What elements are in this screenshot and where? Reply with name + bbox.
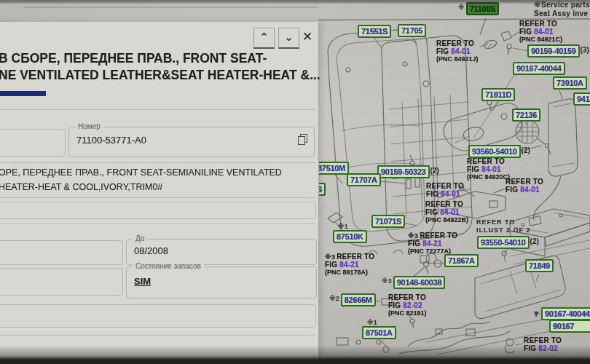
fig-ref: FIG 82-02 [524,345,562,353]
fig-link[interactable]: 84-01 [451,47,471,55]
part-description-line2: HEATER-HEAT & COOL,IVORY,TRIM0# [0,182,162,192]
part-label-90159-50323: 90159-50323(2) [377,165,439,178]
part-number-box[interactable]: 93560-54010 [468,145,521,158]
refer-fig-note: REFER TOFIG 82-02 [524,337,562,352]
part-number-box[interactable]: 90159-40159 [527,44,580,58]
qty-marker: ※3 [382,277,392,285]
fig-ref: FIG 84-01 [426,191,464,199]
part-number-box[interactable]: 71100S [466,2,500,15]
prev-part-button[interactable]: ⌃ [253,28,275,49]
part-number-box[interactable]: 71705 [398,24,426,37]
fig-link[interactable]: 84-01 [520,186,540,194]
fig-ref: FIG 84-01 [436,48,479,56]
refer-fig-note: REFER TOFIG 84-01(PNC 84920C) [467,158,510,181]
part-label-93560-54010: 93560-54010(2) [468,145,530,158]
title-underline [0,91,46,96]
part-label-71705: 71705 [398,24,426,37]
pnc-ref: (PNC 84920C) [467,173,510,181]
qty-suffix: (3) [581,46,589,54]
part-number-label: Номер [75,122,103,130]
fig-link[interactable]: 82-02 [403,301,422,309]
stock-left-stub [0,268,123,296]
part-number-field: Номер 71100-53771-A0 [68,127,315,157]
part-number-box[interactable]: 9418 [573,92,590,106]
part-label-72136: 72136 [512,108,540,122]
part-number-box[interactable]: 71811D [481,88,515,101]
part-label-73910a: 73910A [553,76,587,90]
part-label-71707a: 71707A [347,173,381,186]
part-label-90167-40044: 90167-40044 [541,307,590,320]
part-number-box[interactable]: 71707A [347,173,381,186]
next-part-button[interactable]: ⌄ [278,28,299,49]
illust-ref: ILLUST 2 OF 2 [476,226,531,234]
fig-link[interactable]: 84-01 [441,190,460,198]
part-number-box[interactable]: 90159-50323 [377,165,430,178]
part-number-box[interactable]: 90167-40044 [513,62,565,75]
fig-link[interactable]: 84-01 [534,28,554,36]
fig-ref: FIG 84-01 [519,28,562,36]
part-number-box[interactable]: 90148-60038 [393,276,446,289]
refer-fig-note: ※3REFER TOFIG 84-21(PNC 72277A) [408,232,457,256]
qty-marker: ※ [458,4,465,11]
part-label-87510k: ※187510K [333,230,367,243]
part-number-box[interactable]: 90167-40044 [541,307,590,320]
pnc-ref: (PNC 84921C) [519,36,562,44]
service-note-line2: Seat Assy inve [534,9,590,18]
fig-link[interactable]: 84-21 [339,261,359,269]
part-number-value[interactable]: 71100-53771-A0 [76,135,146,146]
part-number-box[interactable]: 72136 [512,108,540,122]
refer-fig-note: REFER TOFIG 84-01(PNC 84922B) [425,201,468,224]
fig-ref: FIG 84-01 [467,166,510,174]
pnc-ref: (PNC 82191) [388,309,427,317]
qty-marker: ※1 [367,319,377,326]
part-number-box[interactable]: 71849 [525,259,554,272]
part-number-box[interactable]: 87510M [314,162,349,175]
epc-screenshot: ※Service parts Seat Assy inve 71551S7170… [0,0,590,364]
fig-link[interactable]: 84-01 [481,165,501,173]
copy-icon[interactable] [298,134,307,144]
part-label-87510m: 87510M [314,162,349,175]
close-icon[interactable]: ✕ [299,28,316,46]
refer-fig-note: REFER TOFIG 84-01(PNC 84921C) [519,20,562,44]
part-label-71551s: 71551S [358,25,391,38]
pnc-ref: (PNC 84922B) [425,216,468,224]
part-label-71811d: 71811D [481,88,515,101]
part-number-box[interactable]: 82666M [341,293,376,306]
refer-fig-note: REFER TOFIG 84-01 [426,183,464,198]
date-until-value: 08/2008 [134,245,168,256]
part-number-box[interactable]: 93550-54010 [477,236,530,249]
part-number-box[interactable]: 73910A [553,76,587,90]
refer-fig-note: ※3REFER TOFIG 84-21(PNC 89178A) [325,253,374,277]
qty-suffix: (2) [522,146,530,154]
empty-row [0,202,316,219]
refer-fig-note: REFER TOFIG 84-01(PNC 84921J) [436,40,479,63]
qty-marker: ※3 [325,253,335,261]
stock-status-field: Состояние запасов SIM [126,266,317,298]
part-label-90148-60038: ※390148-60038 [382,276,445,289]
refer-fig-note: REFER TOFIG 84-01 [506,178,543,194]
dialog-title-line2: NE VENTILATED LEATHER&SEAT HEATER-HEAT &… [0,68,320,83]
stock-status-label: Состояние запасов [133,262,204,270]
stock-status-link[interactable]: SIM [134,276,151,287]
part-label-90167: 90167 [549,320,590,333]
part-number-box[interactable]: 87501A [362,326,396,339]
date-until-field: До 08/2008 [126,239,317,265]
refer-illust-note: REFER TOILLUST 2 OF 2 [476,218,531,234]
qty-suffix: (2) [530,237,539,245]
part-number-box[interactable]: 71551S [358,25,391,38]
part-label-71849: 71849 [525,259,554,272]
part-number-box[interactable]: 90167 [549,320,590,333]
part-label-90159-40159: 90159-40159(3) [527,44,589,58]
empty-row-bottom [0,304,316,328]
part-number-box[interactable]: 71071S [371,215,405,228]
part-number-box[interactable]: 71867A [444,254,479,267]
part-label-87501a: ※187501A [362,326,396,339]
qty-marker: ※2 [329,295,339,302]
part-details-dialog: ⌃ ⌄ ✕ В СБОРЕ, ПЕРЕДНЕЕ ПРАВ., FRONT SEA… [0,22,319,364]
fig-link[interactable]: 84-01 [440,208,460,216]
part-description-line1: ОРЕ, ПЕРЕДНЕЕ ПРАВ., FRONT SEAT-SEMIANIL… [0,167,282,178]
fig-link[interactable]: 84-21 [422,240,442,248]
part-number-box[interactable]: 87510K [333,230,367,243]
fig-link[interactable]: 82-02 [538,344,558,352]
service-note-line1: ※Service parts [534,1,590,9]
